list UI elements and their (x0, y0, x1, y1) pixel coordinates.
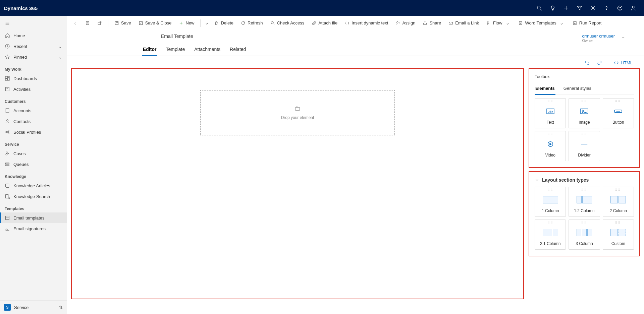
new-button[interactable]: New (175, 18, 198, 27)
email-link-button[interactable]: Email a Link (445, 18, 482, 27)
svg-rect-18 (6, 87, 9, 91)
svg-rect-49 (449, 22, 453, 24)
search-icon[interactable] (533, 0, 546, 16)
app-switcher[interactable]: S Service ⇅ (0, 300, 67, 314)
sidebar-item-dashboards[interactable]: Dashboards (0, 73, 67, 84)
save-button[interactable]: Save (111, 18, 135, 27)
book-search-icon (5, 194, 10, 199)
svg-rect-55 (296, 107, 300, 110)
home-icon (5, 33, 10, 38)
layout-1-column[interactable]: ⠿⠿ 1 Column (535, 187, 566, 217)
back-button[interactable] (70, 19, 81, 27)
element-divider[interactable]: ⠿⠿ Divider (569, 131, 600, 161)
sidebar-item-email-signatures[interactable]: Email signatures (0, 223, 67, 234)
social-icon (5, 129, 10, 135)
grip-icon: ⠿⠿ (547, 189, 553, 191)
sidebar-item-activities[interactable]: Activities (0, 84, 67, 95)
svg-line-47 (273, 23, 274, 25)
chevron-down-icon[interactable] (535, 178, 539, 182)
open-record-set-button[interactable] (82, 19, 93, 27)
app-brand: Dynamics 365 (4, 5, 43, 11)
element-video[interactable]: ⠿⠿ Video (535, 131, 566, 161)
toolbox-title: Toolbox (535, 74, 634, 79)
smiley-icon[interactable] (613, 0, 627, 16)
svg-point-25 (8, 132, 9, 134)
sidebar-item-email-templates[interactable]: Email templates (0, 212, 67, 223)
global-top-bar: Dynamics 365 (0, 0, 644, 16)
run-report-button[interactable]: Run Report (569, 18, 605, 27)
element-button[interactable]: ⠿⠿ Button (603, 98, 634, 128)
header-expand-chevron[interactable]: ⌄ (622, 34, 625, 39)
svg-point-4 (592, 7, 594, 9)
sidebar-section-service: Service (0, 137, 67, 148)
layout-2-column[interactable]: ⠿⠿ 2 Column (603, 187, 634, 217)
assign-button[interactable]: Assign (392, 18, 419, 27)
layout-3-column[interactable]: ⠿⠿ 3 Column (569, 219, 600, 250)
refresh-button[interactable]: Refresh (237, 18, 266, 27)
layout-2-1-column[interactable]: ⠿⠿ 2:1 Column (535, 219, 566, 250)
sidebar-item-cases[interactable]: Cases (0, 148, 67, 159)
svg-line-1 (540, 9, 542, 10)
grip-icon: ⠿⠿ (615, 189, 621, 191)
tab-attachments[interactable]: Attachments (194, 45, 221, 56)
attach-file-button[interactable]: Attach file (308, 18, 341, 27)
svg-text:Abc: Abc (548, 111, 553, 114)
sidebar-item-contacts[interactable]: Contacts (0, 116, 67, 127)
sidebar-toggle[interactable] (0, 16, 67, 30)
svg-rect-29 (6, 165, 9, 166)
new-split-chevron[interactable]: ⌄ (203, 20, 210, 25)
insert-dynamic-text-button[interactable]: Insert dynamic text (341, 18, 391, 27)
sidebar-item-social-profiles[interactable]: Social Profiles (0, 127, 67, 137)
svg-point-48 (397, 21, 398, 23)
undo-button[interactable] (582, 59, 592, 67)
record-header: Email Template crmuser crmuser Owner ⌄ (67, 30, 644, 43)
share-button[interactable]: Share (419, 18, 444, 27)
sidebar-item-recent[interactable]: Recent ⌄ (0, 41, 67, 52)
html-view-button[interactable]: HTML (611, 59, 635, 67)
element-text[interactable]: ⠿⠿ Abc Text (535, 98, 566, 128)
sidebar-item-accounts[interactable]: Accounts (0, 105, 67, 116)
svg-rect-33 (6, 216, 9, 220)
layout-sections-title: Layout section types (542, 177, 589, 183)
grip-icon: ⠿⠿ (615, 222, 621, 224)
svg-rect-30 (6, 195, 8, 198)
person-icon (5, 119, 10, 124)
check-access-button[interactable]: Check Access (267, 18, 308, 27)
plus-icon[interactable] (559, 0, 573, 16)
owner-name-link[interactable]: crmuser crmuser (582, 34, 615, 39)
left-sidebar: Home Recent ⌄ Pinned ⌄ My Work Dashboard… (0, 16, 67, 314)
help-icon[interactable] (600, 0, 613, 16)
layout-custom[interactable]: ⠿⠿ Custom (603, 219, 634, 250)
save-close-button[interactable]: Save & Close (135, 18, 175, 27)
sidebar-item-knowledge-search[interactable]: Knowledge Search (0, 191, 67, 202)
filter-icon[interactable] (573, 0, 586, 16)
dropzone-icon (294, 106, 301, 112)
grip-icon: ⠿⠿ (547, 222, 553, 224)
delete-button[interactable]: Delete (211, 18, 237, 27)
toolbox-tab-general-styles[interactable]: General styles (563, 84, 592, 95)
drop-zone-label: Drop your element (281, 115, 314, 120)
svg-line-32 (9, 198, 10, 199)
sidebar-item-queues[interactable]: Queues (0, 159, 67, 170)
tab-related[interactable]: Related (229, 45, 247, 56)
sidebar-item-pinned[interactable]: Pinned ⌄ (0, 52, 67, 62)
toolbox-tab-elements[interactable]: Elements (535, 84, 555, 95)
popout-button[interactable] (94, 19, 105, 27)
word-templates-button[interactable]: Word Templates⌄ (515, 18, 568, 27)
redo-button[interactable] (595, 59, 604, 67)
person-icon[interactable] (627, 0, 640, 16)
clock-icon (5, 44, 10, 49)
tab-template[interactable]: Template (165, 45, 185, 56)
flow-button[interactable]: Flow⌄ (483, 18, 514, 27)
tab-editor[interactable]: Editor (142, 45, 157, 56)
gear-icon[interactable] (586, 0, 600, 16)
lightbulb-icon[interactable] (546, 0, 559, 16)
grip-icon: ⠿⠿ (615, 101, 621, 103)
design-canvas[interactable]: Drop your element (71, 68, 524, 299)
sidebar-item-knowledge-articles[interactable]: Knowledge Articles (0, 180, 67, 191)
svg-point-23 (6, 131, 7, 133)
element-image[interactable]: ⠿⠿ Image (569, 98, 600, 128)
sidebar-item-home[interactable]: Home (0, 30, 67, 41)
drop-zone[interactable]: Drop your element (200, 90, 395, 135)
layout-1-2-column[interactable]: ⠿⠿ 1:2 Column (569, 187, 600, 217)
